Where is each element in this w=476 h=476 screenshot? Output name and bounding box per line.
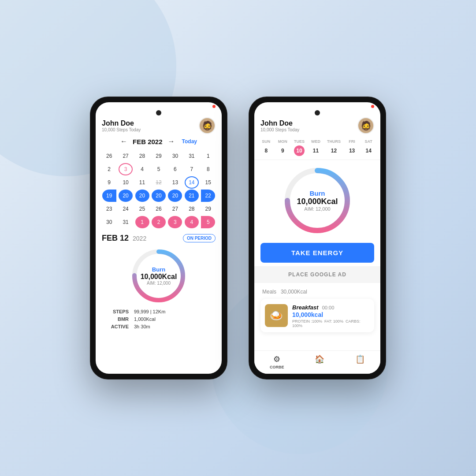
prev-month-button[interactable]: ← (120, 138, 127, 145)
cal-cell[interactable]: 1 (201, 150, 215, 162)
cal-cell[interactable]: 9 (102, 176, 116, 189)
cal-cell[interactable]: 8 (201, 163, 215, 175)
cal-cell[interactable]: 28 (135, 150, 149, 162)
active-value: 3h 30m (134, 324, 150, 329)
burn-kcal-lg: 10,000Kcal (297, 197, 338, 206)
next-month-button[interactable]: → (168, 138, 175, 145)
user-name-2: John Doe (260, 119, 299, 127)
meal-info: Breakfast 00:00 10,000kcal PROTEIN :100%… (292, 303, 370, 328)
cal-cell[interactable]: 20 (168, 190, 182, 202)
burn-circle: Burn 10,000Kcal AIM: 12,000 (130, 247, 187, 305)
nav-item-corbe[interactable]: ⚙ CORBE (270, 354, 284, 369)
phone-1-screen: John Doe 10,000 Steps Today 🧔 ← FEB 2022… (96, 102, 222, 374)
date-year: 2022 (133, 235, 146, 242)
cal-cell[interactable]: 22 (201, 190, 215, 202)
cal-cell[interactable]: 20 (152, 190, 166, 202)
burn-kcal: 10,000Kcal (141, 273, 177, 281)
cal-cell[interactable]: 6 (168, 163, 182, 175)
nav-item-menu[interactable]: 📋 (355, 354, 365, 369)
cal-cell[interactable]: 30 (102, 216, 116, 228)
cal-cell[interactable]: 28 (185, 203, 199, 215)
cal-cell[interactable]: 2 (152, 216, 166, 228)
calendar-row-3: 9 10 11 12 13 14 15 (101, 176, 216, 189)
cal-cell-strikethrough[interactable]: 12 (152, 176, 166, 189)
stat-active: ACTIVE 3h 30m (104, 324, 213, 329)
active-label: ACTIVE (104, 324, 129, 329)
meal-card-breakfast[interactable]: 🍛 Breakfast 00:00 10,000kcal PROTEIN :10… (260, 299, 374, 332)
day-label-sat: SAT (365, 139, 372, 144)
week-day-mon[interactable]: MON 9 (277, 139, 288, 156)
cal-cell[interactable]: 31 (185, 150, 199, 162)
cal-cell[interactable]: 15 (201, 176, 215, 189)
week-day-tues[interactable]: TUES 10 (294, 139, 305, 156)
meals-header: Meals 30,000Kcal (260, 287, 374, 295)
week-day-thurs[interactable]: THURS 12 (327, 139, 341, 156)
phones-container: John Doe 10,000 Steps Today 🧔 ← FEB 2022… (90, 97, 386, 379)
cal-cell[interactable]: 27 (168, 203, 182, 215)
avatar-emoji: 🧔 (202, 120, 213, 131)
day-num-9: 9 (277, 145, 288, 156)
date-detail: FEB 12 2022 ON PERIOD (96, 229, 222, 245)
week-day-sat[interactable]: SAT 14 (363, 139, 374, 156)
cal-cell[interactable]: 4 (185, 216, 199, 228)
meal-name-row: Breakfast 00:00 (292, 303, 370, 311)
corbe-label: CORBE (270, 365, 284, 369)
phone-2-notch (315, 110, 320, 115)
selected-date: FEB 12 2022 (102, 234, 146, 243)
cal-cell[interactable]: 26 (102, 150, 116, 162)
cal-cell[interactable]: 29 (201, 203, 215, 215)
today-button[interactable]: Today (182, 138, 197, 145)
cal-cell[interactable]: 25 (135, 203, 149, 215)
user-info: John Doe 10,000 Steps Today (102, 119, 141, 132)
app-header: John Doe 10,000 Steps Today 🧔 (96, 115, 222, 138)
week-day-sun[interactable]: SUN 8 (261, 139, 271, 156)
burn-aim: AIM: 12,000 (141, 281, 177, 286)
cal-cell[interactable]: 20 (135, 190, 149, 202)
day-num-8: 8 (261, 145, 271, 156)
burn-label: Burn (141, 266, 177, 273)
cal-cell[interactable]: 21 (185, 190, 199, 202)
day-num-11: 11 (310, 145, 321, 156)
avatar-emoji-2: 🧔 (361, 120, 372, 131)
cal-cell[interactable]: 31 (119, 216, 133, 228)
calendar-title: FEB 2022 (133, 138, 163, 145)
cal-cell[interactable]: 13 (168, 176, 182, 189)
day-label-mon: MON (278, 139, 287, 144)
cal-cell[interactable]: 23 (102, 203, 116, 215)
cal-cell[interactable]: 19 (102, 190, 116, 202)
cal-cell[interactable]: 4 (135, 163, 149, 175)
cal-cell[interactable]: 1 (135, 216, 149, 228)
week-day-fri[interactable]: FRI 13 (347, 139, 357, 156)
take-energy-button[interactable]: TAKE ENERGY (260, 243, 374, 263)
cal-cell-pink[interactable]: 3 (119, 163, 133, 175)
cal-cell[interactable]: 20 (119, 190, 133, 202)
cal-cell[interactable]: 27 (119, 150, 133, 162)
cal-cell[interactable]: 11 (135, 176, 149, 189)
cal-cell[interactable]: 2 (102, 163, 116, 175)
phone-1: John Doe 10,000 Steps Today 🧔 ← FEB 2022… (90, 97, 227, 379)
cal-cell[interactable]: 7 (185, 163, 199, 175)
day-num-10-active: 10 (294, 145, 305, 156)
stats-section: STEPS 99,999 | 12Km BMR 1,000Kcal ACTIVE… (96, 307, 222, 333)
cal-cell[interactable]: 3 (168, 216, 182, 228)
user-subtitle-2: 10,000 Steps Today (260, 127, 299, 132)
burn-circle-section: Burn 10,000Kcal AIM: 12,000 (96, 245, 222, 307)
cal-cell[interactable]: 24 (119, 203, 133, 215)
cal-cell[interactable]: 5 (201, 216, 215, 228)
cal-cell[interactable]: 5 (152, 163, 166, 175)
cal-cell-blue[interactable]: 14 (185, 176, 199, 189)
day-label-wed: WED (311, 139, 320, 144)
burn-aim-lg: AIM: 12,000 (297, 206, 338, 212)
cal-cell[interactable]: 30 (168, 150, 182, 162)
calendar-nav: ← FEB 2022 → Today (101, 138, 216, 145)
cal-cell[interactable]: 26 (152, 203, 166, 215)
week-day-wed[interactable]: WED 11 (310, 139, 321, 156)
nav-item-home[interactable]: 🏠 (315, 354, 324, 369)
meal-name: Breakfast (292, 304, 318, 311)
day-label-tues: TUES (294, 139, 305, 144)
cal-cell[interactable]: 29 (152, 150, 166, 162)
cal-cell[interactable]: 10 (119, 176, 133, 189)
meal-image: 🍛 (265, 304, 288, 327)
home-icon: 🏠 (315, 354, 324, 364)
calendar-row-5: 23 24 25 26 27 28 29 (101, 203, 216, 215)
